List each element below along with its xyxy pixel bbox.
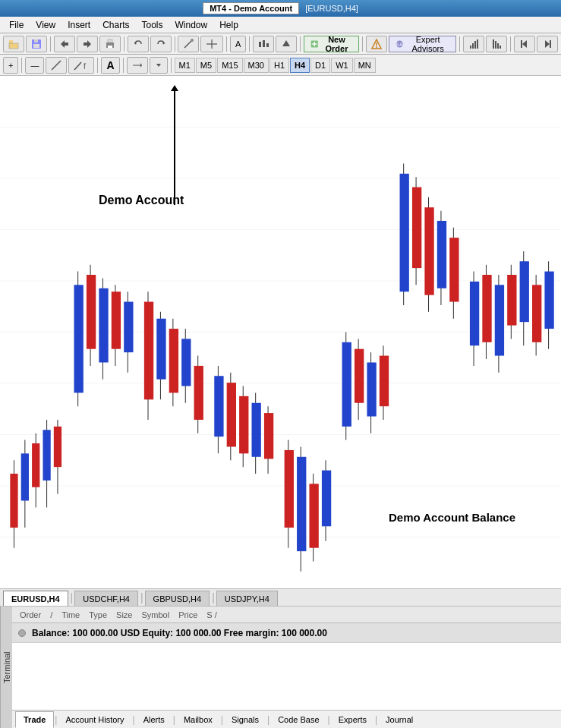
svg-rect-35	[500, 46, 501, 49]
svg-rect-65	[32, 443, 39, 487]
svg-rect-117	[400, 174, 409, 292]
svg-line-41	[74, 62, 81, 70]
chart-tab-eurusd-h4[interactable]: EURUSD,H4	[3, 591, 68, 606]
sep5	[249, 36, 250, 52]
sep7	[362, 36, 363, 52]
svg-rect-127	[470, 282, 479, 345]
menu-item-charts[interactable]: Charts	[96, 18, 135, 32]
terminal-tab-sep: |	[173, 714, 175, 725]
new-order-label: New Order	[320, 35, 352, 53]
terminal-content: Order/TimeTypeSizeSymbolPriceS / Balance…	[12, 607, 561, 728]
menu-item-window[interactable]: Window	[169, 18, 214, 32]
sep-t3	[123, 58, 124, 73]
timeframe-btn-mn[interactable]: MN	[354, 58, 376, 73]
expert-advisors-button[interactable]: EA Expert Advisors	[389, 36, 456, 52]
sep9	[510, 36, 511, 52]
terminal-tab-code-base[interactable]: Code Base	[270, 711, 326, 728]
alert-btn[interactable]	[366, 36, 387, 52]
svg-rect-18	[266, 43, 269, 47]
svg-point-13	[191, 39, 194, 42]
print-btn[interactable]	[99, 36, 121, 52]
svg-rect-71	[74, 285, 84, 392]
redo-btn[interactable]	[150, 36, 172, 52]
svg-rect-28	[470, 46, 471, 49]
terminal-tab-alerts[interactable]: Alerts	[136, 711, 172, 728]
svg-line-40	[52, 61, 61, 70]
col-header-s-slash[interactable]: S /	[202, 610, 221, 619]
svg-rect-31	[477, 39, 478, 49]
svg-rect-89	[194, 366, 203, 420]
menu-item-insert[interactable]: Insert	[61, 18, 96, 32]
svg-rect-131	[495, 285, 504, 355]
chart-tab-usdjpy-h4[interactable]: USDJPY,H4	[216, 591, 278, 606]
draw-tool-btn[interactable]: f	[68, 57, 94, 74]
back-btn[interactable]	[54, 36, 75, 52]
menu-item-file[interactable]: File	[3, 18, 30, 32]
svg-rect-34	[497, 43, 499, 49]
svg-rect-75	[99, 288, 108, 363]
timeframe-btn-m15[interactable]: M15	[217, 58, 242, 73]
menu-item-view[interactable]: View	[30, 18, 61, 32]
terminal-header: Order/TimeTypeSizeSymbolPriceS /	[12, 607, 561, 623]
col-header-time[interactable]: Time	[57, 610, 84, 619]
forward-btn[interactable]	[77, 36, 98, 52]
svg-rect-63	[21, 453, 29, 500]
draw-btn[interactable]	[178, 36, 199, 52]
terminal-tab-journal[interactable]: Journal	[378, 711, 421, 728]
terminal-tab-account-history[interactable]: Account History	[58, 711, 131, 728]
cursor-btn[interactable]: A	[230, 36, 246, 52]
scroll-right-btn[interactable]	[537, 36, 558, 52]
timeframe-btn-m5[interactable]: M5	[196, 58, 216, 73]
horz-line-btn[interactable]: —	[25, 57, 44, 74]
svg-rect-107	[322, 471, 331, 527]
svg-rect-105	[309, 484, 318, 547]
zoom-out-chart-btn[interactable]	[486, 36, 507, 52]
timeframe-btn-d1[interactable]: D1	[310, 58, 330, 73]
text-tool-btn[interactable]: A	[101, 57, 119, 74]
menu-item-tools[interactable]: Tools	[136, 18, 169, 32]
svg-rect-8	[108, 39, 112, 43]
svg-rect-77	[112, 292, 121, 348]
terminal-tab-experts[interactable]: Experts	[331, 711, 374, 728]
undo-btn[interactable]	[128, 36, 149, 52]
terminal-tab-mailbox[interactable]: Mailbox	[176, 711, 220, 728]
col-header-price[interactable]: Price	[174, 610, 202, 619]
svg-line-12	[184, 40, 192, 48]
crosshair-btn[interactable]	[200, 36, 223, 52]
scroll-left-btn[interactable]	[514, 36, 535, 52]
col-header-size[interactable]: Size	[112, 610, 137, 619]
arrow-btn[interactable]	[276, 36, 297, 52]
timeframe-btn-m30[interactable]: M30	[244, 58, 269, 73]
col-header-symbol[interactable]: Symbol	[137, 610, 175, 619]
svg-rect-39	[550, 40, 551, 48]
terminal-tab-signals[interactable]: Signals	[224, 711, 266, 728]
zoom-in-chart-btn[interactable]	[463, 36, 484, 52]
crosshair-tool-btn[interactable]: +	[3, 57, 18, 74]
trend-line-btn[interactable]	[46, 57, 67, 74]
save-btn[interactable]	[26, 36, 47, 52]
col-header-order[interactable]: Order	[15, 610, 46, 619]
col-header-type[interactable]: Type	[84, 610, 112, 619]
chart-body[interactable]: Demo Account Demo Account Balance	[0, 76, 561, 588]
menu-item-help[interactable]: Help	[213, 18, 244, 32]
chart-tab-gbpusd-h4[interactable]: GBPUSD,H4	[145, 591, 210, 606]
timeframe-btn-h1[interactable]: H1	[269, 58, 289, 73]
period-btn[interactable]	[127, 57, 148, 74]
timeframe-btn-w1[interactable]: W1	[331, 58, 353, 73]
chart-tab-usdchf-h4[interactable]: USDCHF,H4	[74, 591, 138, 606]
terminal-tab-sep: |	[221, 714, 223, 725]
timeframe-btn-m1[interactable]: M1	[175, 58, 195, 73]
svg-rect-85	[169, 329, 178, 392]
timeframe-btn-h4[interactable]: H4	[290, 58, 310, 73]
window-title: MT4 - Demo Account	[203, 2, 299, 14]
col-header-slash[interactable]: /	[46, 610, 57, 619]
dropdown-btn[interactable]	[150, 57, 168, 74]
file-open-btn[interactable]	[3, 36, 24, 52]
svg-rect-81	[144, 302, 153, 400]
terminal-tab-sep: |	[267, 714, 269, 725]
svg-text:EA: EA	[396, 42, 404, 47]
svg-rect-73	[87, 275, 96, 349]
new-order-button[interactable]: New Order	[304, 36, 359, 52]
terminal-tab-trade[interactable]: Trade	[15, 711, 54, 728]
period-sep-btn[interactable]	[253, 36, 274, 52]
